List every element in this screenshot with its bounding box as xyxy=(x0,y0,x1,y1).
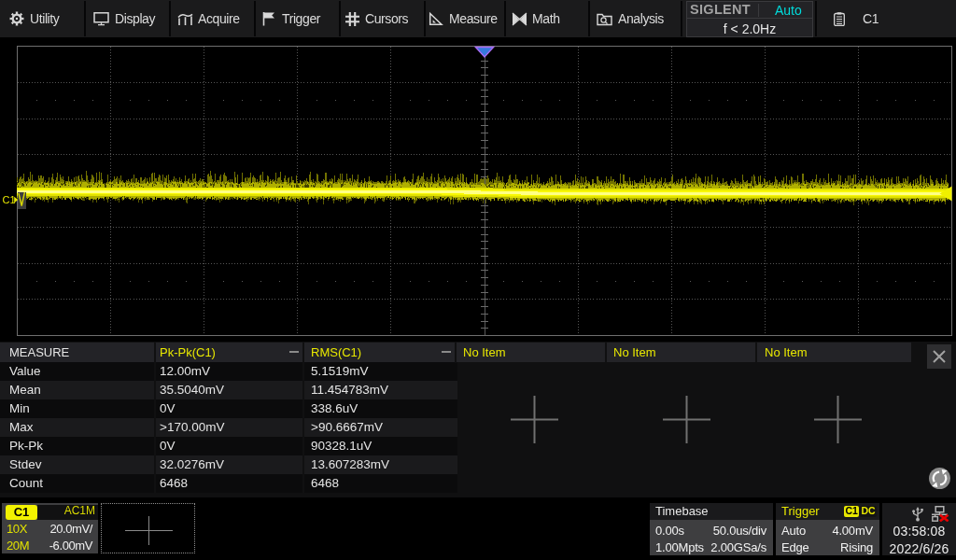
svg-text:C1: C1 xyxy=(3,194,16,205)
